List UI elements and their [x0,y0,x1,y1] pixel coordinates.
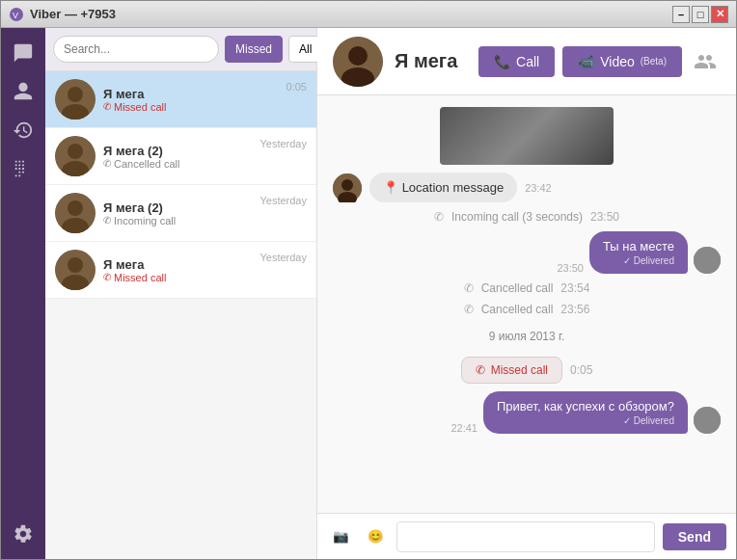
contact-item[interactable]: Я мега (2) ✆ Incoming call Yesterday [45,185,316,242]
contact-status: ✆ Missed call [103,272,259,283]
sidebar-item-settings[interactable] [6,517,41,551]
missed-call-icon: ✆ [476,363,485,377]
chat-messages: 📍 Location message 23:42 ✆ Incoming call… [317,95,736,513]
phone-icon-sm: ✆ [464,281,474,295]
message-avatar [694,407,721,434]
chat-header-avatar [333,37,383,87]
svg-point-3 [68,87,83,102]
chat-header-actions: 📞 Call 📹 Video (Beta) [478,46,721,77]
avatar [55,193,96,233]
message-time: 0:05 [570,363,592,377]
sidebar-item-recent[interactable] [6,113,41,147]
message-image [440,107,614,165]
camera-button[interactable]: 📷 [327,523,354,550]
chat-panel: Я мега 📞 Call 📹 Video (Beta) [317,28,736,559]
missed-call-bubble: ✆ Missed call [461,357,562,384]
video-button[interactable]: 📹 Video (Beta) [562,46,682,77]
message-time: 22:41 [450,422,478,434]
call-icon: ✆ [103,158,111,169]
message-input[interactable] [396,521,655,552]
call-icon: ✆ [103,215,111,226]
date-divider: 9 июля 2013 г. [333,330,721,343]
sidebar-item-dialpad[interactable] [6,151,41,186]
app-window: V Viber — +7953 – □ ✕ [0,0,737,560]
message-bubble: Ты на месте ✓ Delivered [589,231,688,274]
svg-point-20 [694,247,721,274]
svg-point-9 [68,200,83,216]
window-title: Viber — +7953 [30,7,672,21]
message-time: 23:56 [560,303,589,316]
avatar [55,136,96,176]
contact-status: ✆ Missed call [103,101,287,113]
contact-name: Я мега (2) [103,144,259,158]
message-avatar [333,173,362,202]
contact-time: Yesterday [259,250,307,263]
contact-info: Я мега ✆ Missed call [103,87,287,113]
contacts-group-button[interactable] [690,46,721,77]
message-missed-call: ✆ Missed call 0:05 [333,357,721,384]
contact-status: ✆ Cancelled call [103,158,259,170]
contact-item[interactable]: Я мега ✆ Missed call 0:05 [45,71,316,128]
svg-point-6 [68,144,83,159]
contact-status: ✆ Incoming call [103,215,259,227]
message-cancelled-call: ✆ Cancelled call 23:54 [333,281,721,295]
call-button[interactable]: 📞 Call [478,46,555,77]
contact-name: Я мега [103,87,287,101]
avatar [55,250,96,290]
svg-point-12 [68,257,83,273]
sidebar-item-chat[interactable] [6,36,41,70]
app-icon: V [9,7,24,22]
svg-text:V: V [13,11,18,20]
chat-header: Я мега 📞 Call 📹 Video (Beta) [317,28,736,95]
camera-icon: 📷 [333,529,349,544]
message-sent: 23:50 Ты на месте ✓ Delivered [333,231,721,274]
message-time: 23:42 [525,182,552,194]
message-bubble: Привет, как успехи с обзором? ✓ Delivere… [483,391,688,434]
contact-name: Я мега (2) [103,200,259,215]
contact-time: Yesterday [259,136,307,149]
location-bubble: 📍 Location message [369,173,517,202]
main-content: Missed All Я мега ✆ Missed call [1,28,736,559]
window-controls: – □ ✕ [672,6,728,23]
missed-icon: ✆ [103,101,111,112]
search-input[interactable] [53,36,219,63]
sidebar-item-contacts[interactable] [6,74,41,109]
message-time: 23:50 [590,210,619,224]
message-cancelled-call: ✆ Cancelled call 23:56 [333,303,721,316]
message-time: 23:50 [557,262,584,274]
contact-item[interactable]: Я мега ✆ Missed call Yesterday [45,242,316,299]
message-avatar [694,247,721,274]
svg-point-21 [694,407,721,434]
message-sent: 22:41 Привет, как успехи с обзором? ✓ De… [333,391,721,434]
emoji-button[interactable]: 😊 [362,523,389,550]
missed-icon: ✆ [103,272,111,282]
phone-icon: 📞 [494,54,510,69]
emoji-icon: 😊 [368,529,384,544]
contact-time: Yesterday [259,193,307,206]
video-icon: 📹 [578,54,594,69]
minimize-button[interactable]: – [672,6,690,23]
filter-missed-button[interactable]: Missed [225,36,283,63]
location-icon: 📍 [383,180,398,195]
svg-point-15 [348,46,368,66]
contact-info: Я мега ✆ Missed call [103,257,259,283]
close-button[interactable]: ✕ [711,6,728,23]
maximize-button[interactable]: □ [692,6,709,23]
phone-icon-sm: ✆ [464,303,474,316]
contact-list: Я мега ✆ Missed call 0:05 Я мега (2) [45,71,316,559]
contact-info: Я мега (2) ✆ Incoming call [103,200,259,227]
contacts-panel: Missed All Я мега ✆ Missed call [45,28,317,559]
contact-item[interactable]: Я мега (2) ✆ Cancelled call Yesterday [45,128,316,185]
message-system-call: ✆ Incoming call (3 seconds) 23:50 [333,210,721,224]
contact-name: Я мега [103,257,259,272]
chat-input-bar: 📷 😊 Send [317,513,736,559]
phone-icon-sm: ✆ [434,210,444,224]
contact-time: 0:05 [287,79,307,93]
message-time: 23:54 [560,281,589,295]
send-button[interactable]: Send [663,523,726,550]
chat-contact-name: Я мега [395,50,467,72]
avatar [55,79,96,120]
contact-info: Я мега (2) ✆ Cancelled call [103,144,259,170]
search-bar: Missed All [45,28,316,71]
title-bar: V Viber — +7953 – □ ✕ [1,1,736,28]
